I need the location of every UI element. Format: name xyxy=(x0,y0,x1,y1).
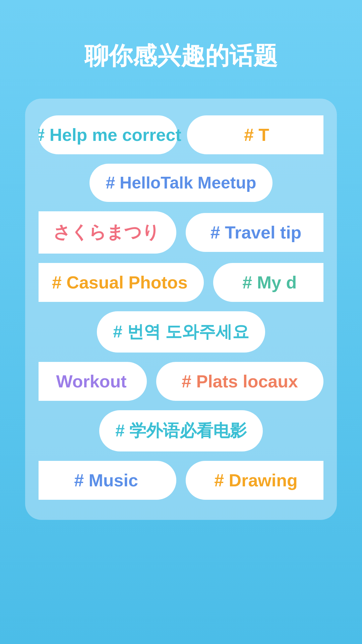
topic-music[interactable]: # Music xyxy=(39,461,176,500)
topics-row-5: # 번역 도와주세요 xyxy=(39,311,323,353)
row-2-wrapper: # HelloTalk Meetup xyxy=(39,164,323,202)
topics-row-2: # HelloTalk Meetup xyxy=(39,164,323,202)
row-1-wrapper: # Help me correct # T xyxy=(39,115,323,154)
topic-casual-photos[interactable]: # Casual Photos xyxy=(39,263,204,302)
topic-drawing[interactable]: # Drawing xyxy=(186,461,323,500)
topics-row-1: # Help me correct # T xyxy=(39,115,323,154)
topic-help-correct[interactable]: # Help me correct xyxy=(39,115,178,154)
topic-hellotalk-meetup[interactable]: # HelloTalk Meetup xyxy=(89,164,272,202)
topic-plats-locaux[interactable]: # Plats locaux xyxy=(156,362,323,401)
row-7-wrapper: # 学外语必看电影 xyxy=(39,410,323,451)
topics-row-8: # Music # Drawing xyxy=(39,461,323,500)
topics-row-7: # 学外语必看电影 xyxy=(39,410,323,451)
topic-sakura[interactable]: さくらまつり xyxy=(39,211,176,254)
topic-movies[interactable]: # 学外语必看电影 xyxy=(99,410,263,451)
topic-my-diary[interactable]: # My d xyxy=(213,263,323,302)
row-5-wrapper: # 번역 도와주세요 xyxy=(39,311,323,353)
topics-card: # Help me correct # T # HelloTalk Meetup… xyxy=(25,99,337,520)
topics-row-6: Workout # Plats locaux xyxy=(39,362,323,401)
topic-translate[interactable]: # 번역 도와주세요 xyxy=(97,311,265,353)
page-wrapper: 聊你感兴趣的话题 # Help me correct # T # HelloTa… xyxy=(0,0,362,644)
topics-row-4: # Casual Photos # My d xyxy=(39,263,323,302)
page-title: 聊你感兴趣的话题 xyxy=(84,40,278,72)
topic-travel-tips[interactable]: # Travel tip xyxy=(186,213,323,252)
topic-travel[interactable]: # T xyxy=(187,115,323,154)
topics-row-3: さくらまつり # Travel tip xyxy=(39,211,323,254)
topic-workout[interactable]: Workout xyxy=(39,362,147,401)
row-4-wrapper: # Casual Photos # My d xyxy=(39,263,323,302)
row-8-wrapper: # Music # Drawing xyxy=(39,461,323,500)
row-3-wrapper: さくらまつり # Travel tip xyxy=(39,211,323,254)
row-6-wrapper: Workout # Plats locaux xyxy=(39,362,323,401)
